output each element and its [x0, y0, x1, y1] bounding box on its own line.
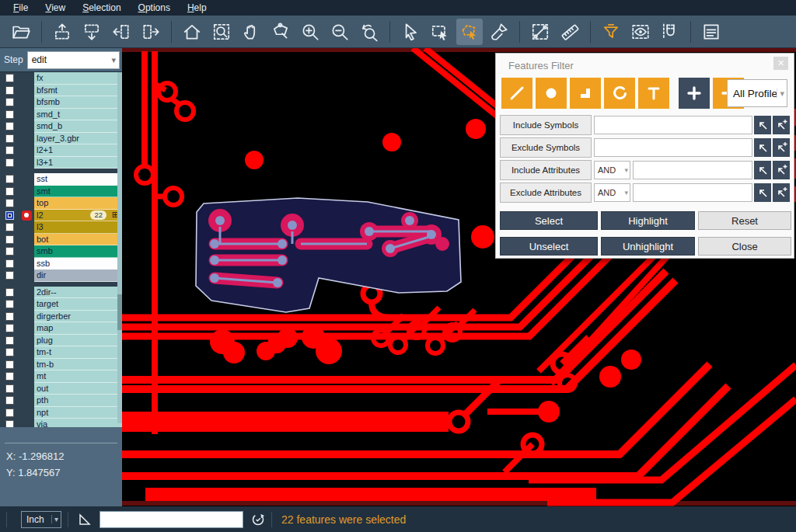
layer-checkbox[interactable] — [5, 312, 14, 321]
active-layer-indicator-cell[interactable] — [19, 72, 34, 85]
snap-magnet-icon[interactable] — [657, 19, 683, 45]
pick-add-from-screen-button[interactable] — [773, 138, 790, 157]
layer-name[interactable]: smb — [34, 245, 122, 258]
layer-checkbox[interactable] — [5, 360, 14, 369]
pad-feature-button[interactable] — [536, 78, 567, 109]
ruler-icon[interactable] — [557, 19, 583, 45]
layer-row-smb[interactable]: smb — [0, 245, 122, 258]
layer-name[interactable]: out — [34, 383, 122, 395]
active-layer-indicator-cell[interactable] — [19, 245, 34, 258]
select-button[interactable]: Select — [500, 211, 598, 230]
layer-row-l3+1[interactable]: l3+1 — [0, 157, 122, 169]
active-layer-indicator-cell[interactable] — [19, 186, 34, 198]
active-layer-indicator-cell[interactable] — [19, 197, 34, 210]
menu-item-view[interactable]: View — [37, 0, 74, 16]
layer-row-bfsmb[interactable]: bfsmb — [0, 96, 122, 109]
unit-select[interactable]: Inch ▾ — [21, 511, 61, 528]
command-input[interactable] — [100, 511, 243, 528]
pick-from-screen-button[interactable] — [754, 138, 771, 157]
layer-row-out[interactable]: out — [0, 383, 122, 395]
layer-scrollbar-thumb[interactable] — [117, 294, 122, 330]
layer-name[interactable]: bot — [34, 234, 122, 246]
layer-row-dir[interactable]: dir — [0, 269, 122, 282]
active-layer-indicator-cell[interactable] — [19, 298, 34, 311]
layer-checkbox[interactable] — [5, 409, 14, 417]
layer-checkbox[interactable] — [5, 384, 14, 393]
zoom-area-icon[interactable] — [208, 19, 235, 45]
pick-from-screen-button[interactable] — [754, 116, 771, 134]
layer-checkbox[interactable] — [5, 396, 14, 405]
filter-value-input[interactable] — [594, 116, 752, 134]
pick-from-screen-button[interactable] — [754, 183, 771, 202]
pick-add-from-screen-button[interactable] — [773, 183, 790, 202]
select-polygon-icon[interactable] — [456, 19, 483, 45]
filter-funnel-icon[interactable] — [598, 19, 624, 45]
layer-row-smd_t[interactable]: smd_t — [0, 109, 122, 121]
layer-row-plug[interactable]: plug — [0, 335, 122, 347]
layer-name[interactable]: dir — [34, 269, 122, 282]
pick-from-screen-button[interactable] — [754, 161, 771, 179]
layer-row-l3[interactable]: l3 — [0, 221, 122, 234]
selected-region[interactable] — [196, 198, 461, 312]
layer-checkbox[interactable] — [5, 146, 14, 155]
clean-brush-icon[interactable] — [486, 19, 512, 45]
layer-name[interactable]: sst — [34, 173, 122, 186]
layer-checkbox[interactable] — [5, 74, 14, 82]
layer-row-l2+1[interactable]: l2+1 — [0, 144, 122, 157]
positive-polarity-button[interactable] — [679, 78, 710, 109]
filter-value-input[interactable] — [633, 183, 752, 202]
and-or-select[interactable]: AND▾ — [594, 161, 630, 179]
active-layer-indicator-cell[interactable] — [19, 157, 34, 169]
active-layer-indicator-cell[interactable] — [19, 210, 34, 222]
layer-name[interactable]: fx — [34, 72, 122, 85]
layer-checkbox[interactable] — [5, 372, 14, 381]
layer-name[interactable]: dirgerber — [34, 311, 122, 323]
layer-row-2dir--[interactable]: 2dir-- — [0, 287, 122, 299]
layer-checkbox[interactable] — [5, 122, 14, 130]
layer-checkbox[interactable] — [5, 158, 14, 167]
layer-name[interactable]: tm-b — [34, 359, 122, 371]
layer-row-bfsmt[interactable]: bfsmt — [0, 85, 122, 97]
active-layer-indicator-cell[interactable] — [19, 370, 34, 383]
layer-row-sst[interactable]: sst — [0, 173, 122, 186]
active-layer-indicator-cell[interactable] — [19, 322, 34, 335]
layer-name[interactable]: target — [34, 298, 122, 311]
report-form-icon[interactable] — [698, 19, 724, 45]
layer-checkbox[interactable] — [5, 288, 14, 297]
pan-hand-icon[interactable] — [238, 19, 264, 45]
layer-name[interactable]: tm-t — [34, 346, 122, 359]
step-select[interactable]: edit ▾ — [27, 51, 120, 69]
layer-name[interactable]: smd_b — [34, 120, 122, 133]
active-layer-indicator-cell[interactable] — [19, 120, 34, 133]
filter-value-input[interactable] — [594, 138, 752, 157]
layer-checkbox[interactable] — [5, 134, 14, 143]
layer-name[interactable]: l2+1 — [34, 144, 122, 157]
layer-name[interactable]: ssb — [34, 258, 122, 270]
profile-select[interactable]: All Profile ▾ — [727, 79, 787, 107]
filter-label-button[interactable]: Include Attributes — [500, 160, 592, 180]
layer-name[interactable]: l222⊞ — [34, 210, 122, 222]
layer-row-mt[interactable]: mt — [0, 370, 122, 383]
layer-name[interactable]: bfsmb — [34, 96, 122, 109]
layer-name[interactable]: 2dir-- — [34, 287, 122, 299]
layer-row-target[interactable]: target — [0, 298, 122, 311]
layer-name[interactable]: smt — [34, 186, 122, 198]
active-layer-indicator-cell[interactable] — [19, 335, 34, 347]
layer-row-tm-b[interactable]: tm-b — [0, 359, 122, 371]
filter-label-button[interactable]: Exclude Attributes — [500, 183, 592, 203]
filter-label-button[interactable]: Include Symbols — [500, 115, 592, 135]
layer-name[interactable]: top — [34, 197, 122, 210]
active-layer-indicator-cell[interactable] — [19, 269, 34, 282]
active-layer-indicator-cell[interactable] — [19, 173, 34, 186]
page-down-icon[interactable] — [79, 19, 105, 45]
layer-checkbox[interactable] — [5, 348, 14, 356]
menu-item-help[interactable]: Help — [179, 0, 215, 16]
active-layer-indicator-cell[interactable] — [19, 144, 34, 157]
page-left-icon[interactable] — [108, 19, 134, 45]
active-layer-indicator-cell[interactable] — [19, 287, 34, 299]
zoom-previous-icon[interactable] — [356, 19, 382, 45]
select-pointer-icon[interactable] — [397, 19, 424, 45]
layer-name[interactable]: mt — [34, 370, 122, 383]
active-layer-indicator-cell[interactable] — [19, 85, 34, 97]
layer-checkbox[interactable] — [5, 187, 14, 196]
